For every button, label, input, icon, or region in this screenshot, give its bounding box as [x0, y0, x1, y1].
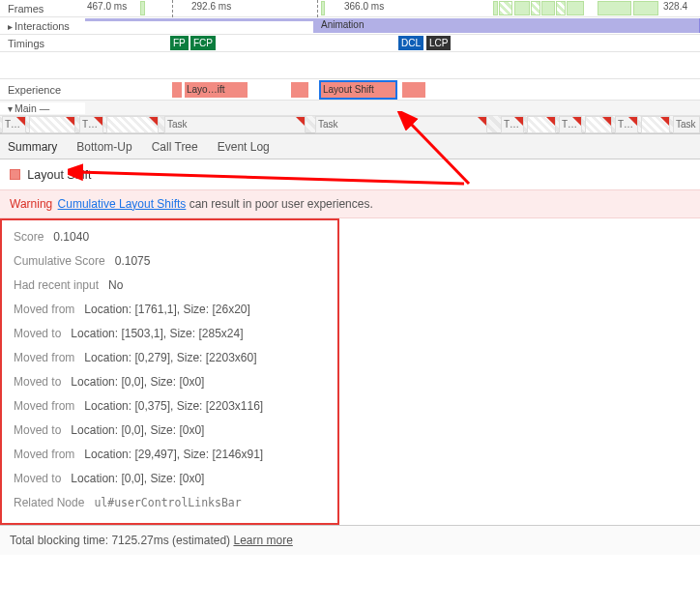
layout-shift-small[interactable] — [402, 82, 425, 98]
task-block-long[interactable]: Task — [315, 116, 487, 133]
task-block-hatched[interactable] — [585, 116, 612, 133]
task-block-long[interactable]: Task — [164, 116, 306, 133]
details-list: Score0.1040 Cumulative Score0.1075 Had r… — [0, 218, 339, 525]
detail-row: Moved fromLocation: [0,375], Size: [2203… — [14, 399, 326, 413]
frame-time-1: 292.6 ms — [191, 1, 231, 12]
detail-row: Cumulative Score0.1075 — [14, 254, 326, 268]
warning-bar: Warning Cumulative Layout Shifts can res… — [0, 189, 700, 218]
experience-label: Experience — [0, 84, 85, 96]
fcp-marker[interactable]: FCP — [190, 36, 216, 50]
detail-row: Moved fromLocation: [1761,1], Size: [26x… — [14, 303, 326, 316]
frame-block[interactable] — [140, 1, 145, 15]
detail-row: Moved fromLocation: [29,497], Size: [214… — [14, 448, 326, 461]
detail-row: Moved fromLocation: [0,279], Size: [2203… — [14, 351, 326, 364]
task-row[interactable]: T… T… Task Task T… T… T… Task — [0, 116, 700, 133]
chevron-down-icon[interactable]: ▾ — [8, 103, 13, 114]
task-block[interactable]: T… — [559, 116, 582, 133]
task-block-hatched[interactable] — [106, 116, 159, 133]
frame-block[interactable] — [633, 1, 658, 15]
frame-divider — [317, 0, 318, 17]
frame-time-2: 366.0 ms — [344, 1, 384, 12]
cls-link[interactable]: Cumulative Layout Shifts — [58, 197, 187, 211]
task-block-hatched[interactable] — [527, 116, 556, 133]
warning-text: can result in poor user experiences. — [190, 197, 373, 211]
frame-block[interactable] — [567, 1, 584, 15]
frame-block[interactable] — [493, 1, 498, 15]
timings-track: Timings FP FCP DCL LCP — [0, 35, 700, 52]
footer-bar: Total blocking time: 7125.27ms (estimate… — [0, 525, 700, 555]
layout-shift-small[interactable] — [172, 82, 182, 98]
chevron-right-icon[interactable]: ▸ — [8, 21, 13, 32]
interactions-label[interactable]: ▸Interactions — [0, 20, 85, 32]
frame-hatch[interactable] — [499, 1, 512, 15]
frame-divider — [172, 0, 173, 17]
timeline-panel: Frames 467.0 ms 292.6 ms 366.0 ms 328.4 … — [0, 0, 700, 134]
detail-row: Score0.1040 — [14, 230, 326, 244]
dcl-marker[interactable]: DCL — [398, 36, 423, 50]
experience-track: Experience Layo…ift Layout Shift — [0, 79, 700, 101]
detail-row: Related Nodeul#userControlLinksBar — [14, 496, 326, 509]
tabs-bar: Summary Bottom-Up Call Tree Event Log — [0, 134, 700, 159]
spacer-row — [0, 52, 700, 79]
lcp-marker[interactable]: LCP — [426, 36, 451, 50]
frame-time-0: 467.0 ms — [87, 1, 127, 12]
task-block-hatched[interactable] — [641, 116, 670, 133]
frames-label: Frames — [0, 3, 85, 14]
frames-track: Frames 467.0 ms 292.6 ms 366.0 ms 328.4 — [0, 0, 700, 17]
tab-bottom-up[interactable]: Bottom-Up — [76, 134, 131, 159]
tbt-text: Total blocking time: 7125.27ms (estimate… — [10, 534, 230, 547]
detail-row: Moved toLocation: [0,0], Size: [0x0] — [14, 423, 326, 437]
detail-row: Moved toLocation: [0,0], Size: [0x0] — [14, 472, 326, 485]
layout-shift-small[interactable] — [291, 82, 308, 98]
animation-block[interactable] — [313, 18, 700, 33]
frame-hatch[interactable] — [531, 1, 540, 15]
layout-shift-swatch — [10, 169, 20, 180]
detail-row: Moved toLocation: [1503,1], Size: [285x2… — [14, 327, 326, 340]
summary-header: Layout Shift — [0, 159, 700, 189]
task-block[interactable]: T… — [615, 116, 638, 133]
frame-block[interactable] — [514, 1, 530, 15]
interactions-content[interactable]: Animation — [85, 17, 700, 34]
tab-summary[interactable]: Summary — [8, 134, 57, 159]
summary-title: Layout Shift — [27, 168, 91, 182]
learn-more-link[interactable]: Learn more — [233, 534, 292, 547]
detail-row: Had recent inputNo — [14, 278, 326, 292]
tab-call-tree[interactable]: Call Tree — [152, 134, 198, 159]
main-track[interactable]: ▾Main — — [0, 101, 700, 116]
task-block[interactable]: Task — [673, 116, 700, 133]
animation-label: Animation — [321, 19, 364, 30]
task-block[interactable]: T… — [2, 116, 26, 133]
detail-row: Moved toLocation: [0,0], Size: [0x0] — [14, 375, 326, 389]
frame-block[interactable] — [541, 1, 555, 15]
animation-bar[interactable] — [85, 18, 313, 21]
layout-shift-block-1[interactable]: Layo…ift — [185, 82, 248, 98]
timings-content[interactable]: FP FCP DCL LCP — [85, 35, 700, 51]
frame-block[interactable] — [598, 1, 631, 15]
frame-block[interactable] — [321, 1, 325, 15]
interactions-track: ▸Interactions Animation — [0, 17, 700, 35]
experience-content[interactable]: Layo…ift Layout Shift — [85, 79, 700, 100]
warning-label: Warning — [10, 197, 52, 211]
task-block[interactable]: T… — [79, 116, 103, 133]
tab-event-log[interactable]: Event Log — [218, 134, 270, 159]
task-block[interactable]: T… — [501, 116, 524, 133]
task-block-hatched[interactable] — [29, 116, 75, 133]
frames-content[interactable]: 467.0 ms 292.6 ms 366.0 ms 328.4 — [85, 0, 700, 16]
main-label[interactable]: ▾Main — — [0, 102, 85, 114]
layout-shift-block-selected[interactable]: Layout Shift — [321, 82, 395, 98]
frame-hatch[interactable] — [556, 1, 566, 15]
timings-label: Timings — [0, 38, 85, 49]
fp-marker[interactable]: FP — [170, 36, 189, 50]
frame-time-3: 328.4 — [663, 1, 687, 12]
summary-panel: Layout Shift Warning Cumulative Layout S… — [0, 159, 700, 525]
